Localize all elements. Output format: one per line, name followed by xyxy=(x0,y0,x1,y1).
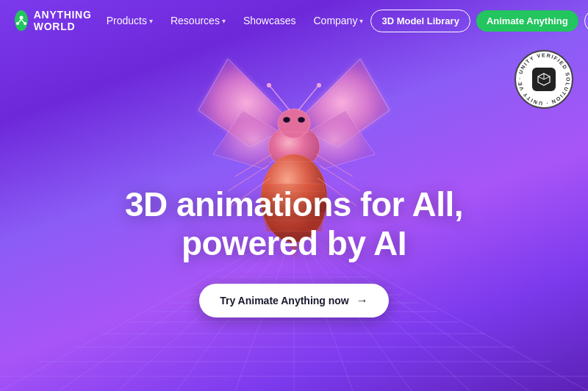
hero-cta: Try Animate Anything now → xyxy=(74,284,514,318)
badge-ring: · UNITY VERIFIED SOLUTION · UNITY VERIFI… xyxy=(514,50,573,109)
nav-actions: 3D Model Library Animate Anything Login … xyxy=(370,4,588,37)
svg-point-31 xyxy=(283,117,290,123)
nav-products[interactable]: Products ▾ xyxy=(99,10,160,31)
svg-line-57 xyxy=(544,76,550,79)
svg-line-52 xyxy=(18,20,21,24)
navbar: ANYTHING WORLD Products ▾ Resources ▾ Sh… xyxy=(0,0,588,41)
svg-line-53 xyxy=(21,20,24,24)
svg-line-58 xyxy=(538,76,544,79)
chevron-down-icon: ▾ xyxy=(359,17,363,25)
svg-point-32 xyxy=(298,117,305,123)
nav-company[interactable]: Company ▾ xyxy=(306,10,370,31)
login-button[interactable]: Login xyxy=(584,10,588,32)
svg-point-49 xyxy=(19,16,23,20)
chevron-down-icon: ▾ xyxy=(149,17,153,25)
logo-icon xyxy=(15,10,28,31)
hero-heading: 3D animations for All, powered by AI xyxy=(74,185,514,263)
svg-point-30 xyxy=(278,109,310,138)
library-button[interactable]: 3D Model Library xyxy=(370,10,470,32)
nav-showcases[interactable]: Showcases xyxy=(236,10,304,31)
unity-icon xyxy=(532,68,556,91)
svg-point-36 xyxy=(317,83,321,87)
unity-badge: · UNITY VERIFIED SOLUTION · UNITY VERIFI… xyxy=(514,50,573,109)
logo[interactable]: ANYTHING WORLD xyxy=(15,9,99,32)
nav-links: Products ▾ Resources ▾ Showcases Company… xyxy=(99,10,371,31)
svg-point-34 xyxy=(267,83,271,87)
hero-text: 3D animations for All, powered by AI Try… xyxy=(74,185,514,318)
chevron-down-icon: ▾ xyxy=(222,17,226,25)
arrow-icon: → xyxy=(356,294,368,307)
hero-section: ANYTHING WORLD Products ▾ Resources ▾ Sh… xyxy=(0,0,588,391)
cta-button[interactable]: Try Animate Anything now → xyxy=(199,284,389,318)
animate-anything-button[interactable]: Animate Anything xyxy=(476,10,578,32)
nav-resources[interactable]: Resources ▾ xyxy=(163,10,233,31)
brand-name: ANYTHING WORLD xyxy=(34,9,99,32)
